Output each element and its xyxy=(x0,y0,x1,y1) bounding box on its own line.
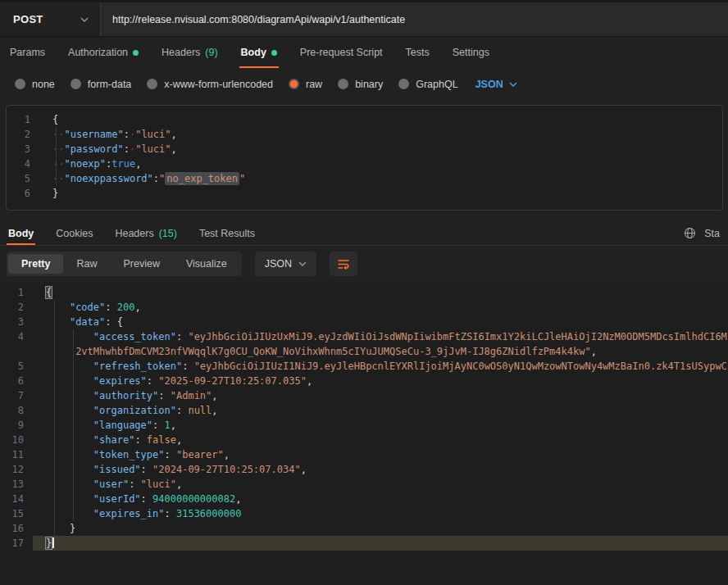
code-line: 3 "data": { xyxy=(0,315,728,329)
code-line: 17} xyxy=(0,536,728,551)
code-token: "username" xyxy=(64,129,123,140)
tab-label: Authorization xyxy=(68,47,128,58)
line-number: 5 xyxy=(0,359,33,374)
tab-pre-request-script[interactable]: Pre-request Script xyxy=(300,37,383,68)
body-mode-row: noneform-datax-www-form-urlencodedrawbin… xyxy=(0,69,728,99)
code-token xyxy=(46,375,93,387)
wrap-text-icon xyxy=(337,257,350,270)
chevron-down-icon xyxy=(298,261,307,266)
code-line: 8 "organization": null, xyxy=(0,403,728,418)
code-line-content: "user": "luci", xyxy=(33,477,728,492)
code-token: : xyxy=(176,331,188,342)
tab-tests[interactable]: Tests xyxy=(406,37,430,68)
code-token: "luci" xyxy=(135,143,171,155)
code-line-content: "expires_in": 31536000000 xyxy=(33,506,728,521)
view-tab-preview[interactable]: Preview xyxy=(110,254,172,274)
body-mode-GraphQL[interactable]: GraphQL xyxy=(398,79,457,90)
body-mode-x-www-form-urlencoded[interactable]: x-www-form-urlencoded xyxy=(147,79,273,90)
code-token: ·· xyxy=(52,129,64,140)
line-number: 10 xyxy=(0,433,33,447)
code-token: "expires" xyxy=(93,375,147,387)
code-line: 10 "share": false, xyxy=(0,433,728,447)
tab-body[interactable]: Body xyxy=(241,37,277,68)
code-token xyxy=(46,346,75,357)
indent-guide xyxy=(73,329,74,521)
code-line-content: "data": { xyxy=(33,315,728,329)
tab-headers[interactable]: Headers(9) xyxy=(162,37,218,68)
code-line: 3··"password":·"luci", xyxy=(7,142,722,156)
code-token xyxy=(46,478,93,490)
green-dot-icon xyxy=(133,50,139,56)
code-token: : xyxy=(176,405,188,416)
body-mode-form-data[interactable]: form-data xyxy=(71,79,132,90)
response-tab-body[interactable]: Body xyxy=(8,221,34,245)
response-tab-headers[interactable]: Headers(15) xyxy=(115,221,176,245)
code-token: 2vtMhwhbfDmCVM23nfVWqqlK7g0CU_QoKW_NoVih… xyxy=(75,346,591,357)
code-token xyxy=(46,331,93,342)
response-tab-label: Cookies xyxy=(56,228,93,239)
code-token: , xyxy=(224,449,230,460)
tab-params[interactable]: Params xyxy=(10,37,45,68)
response-tab-count: (15) xyxy=(159,228,177,239)
code-token: false xyxy=(147,434,176,446)
code-line: 1{ xyxy=(0,285,728,300)
response-toolbar: PrettyRawPreviewVisualize JSON xyxy=(0,246,728,282)
code-token: "eyJhbGciOiJIUzI1NiJ9.eyJleHBpcnlEYXRlIj… xyxy=(194,361,727,372)
code-line-content: "language": 1, xyxy=(33,418,728,433)
body-mode-none[interactable]: none xyxy=(15,79,55,90)
response-body-editor[interactable]: 1{2 "code": 200,3 "data": {4 "access_tok… xyxy=(0,282,728,585)
globe-icon[interactable] xyxy=(684,227,696,239)
code-token: 200 xyxy=(117,302,135,313)
view-tab-raw[interactable]: Raw xyxy=(63,254,110,274)
code-token: { xyxy=(46,287,52,298)
line-number: 2 xyxy=(7,127,39,142)
response-tab-cookies[interactable]: Cookies xyxy=(56,221,93,245)
code-token: : xyxy=(105,302,116,313)
code-line-content: { xyxy=(33,285,728,300)
code-token xyxy=(46,449,93,460)
response-tab-label: Body xyxy=(8,228,34,239)
code-token: "code" xyxy=(70,302,105,313)
code-token: : xyxy=(141,493,152,505)
code-line: 5··"noexppassword":"no_exp_token" xyxy=(7,171,722,186)
line-number: 15 xyxy=(0,506,33,521)
tab-settings[interactable]: Settings xyxy=(453,37,489,68)
code-line-content: "share": false, xyxy=(33,433,728,447)
response-language-label: JSON xyxy=(265,258,292,270)
tab-label: Headers xyxy=(162,47,200,58)
code-token xyxy=(46,405,93,416)
wrap-text-button[interactable] xyxy=(330,252,357,276)
code-token: , xyxy=(212,405,217,416)
body-mode-binary[interactable]: binary xyxy=(338,79,383,90)
code-line-content: "token_type": "bearer", xyxy=(33,447,728,462)
code-line-content: "code": 200, xyxy=(33,300,728,315)
view-tab-pretty[interactable]: Pretty xyxy=(8,254,63,274)
code-token xyxy=(46,493,93,505)
line-number: 17 xyxy=(0,536,33,551)
code-line: 7 "authority": "Admin", xyxy=(0,388,728,403)
response-language-select[interactable]: JSON xyxy=(255,252,316,276)
code-token: , xyxy=(307,375,312,387)
request-body-editor[interactable]: 1{2··"username":·"luci",3··"password":·"… xyxy=(6,105,723,211)
code-token: "eyJhbGciOiJIUzUxMiJ9.eyJzdWIiOiJsdWNpIi… xyxy=(188,331,726,342)
code-token: : xyxy=(158,390,170,401)
code-line: 4 "access_token": "eyJhbGciOiJIUzUxMiJ9.… xyxy=(0,329,728,344)
code-token: { xyxy=(52,114,58,125)
code-line: 6 "expires": "2025-09-27T10:25:07.035", xyxy=(0,374,728,388)
tab-authorization[interactable]: Authorization xyxy=(68,37,139,68)
body-mode-label: GraphQL xyxy=(416,79,457,90)
body-mode-label: raw xyxy=(306,79,322,90)
body-mode-raw[interactable]: raw xyxy=(289,79,322,90)
url-input[interactable]: http://release.nvisual.com:8080/diagramA… xyxy=(100,2,728,36)
code-token: "user" xyxy=(93,478,129,490)
request-language-select[interactable]: JSON xyxy=(475,79,517,90)
code-token: "authority" xyxy=(93,390,158,401)
method-select[interactable]: POST xyxy=(0,2,100,36)
code-token: , xyxy=(235,493,241,505)
line-number: 1 xyxy=(0,285,33,300)
response-tab-test-results[interactable]: Test Results xyxy=(199,221,255,245)
method-label: POST xyxy=(13,13,43,25)
code-token xyxy=(46,434,93,446)
tab-label: Params xyxy=(10,47,45,58)
view-tab-visualize[interactable]: Visualize xyxy=(173,254,240,274)
